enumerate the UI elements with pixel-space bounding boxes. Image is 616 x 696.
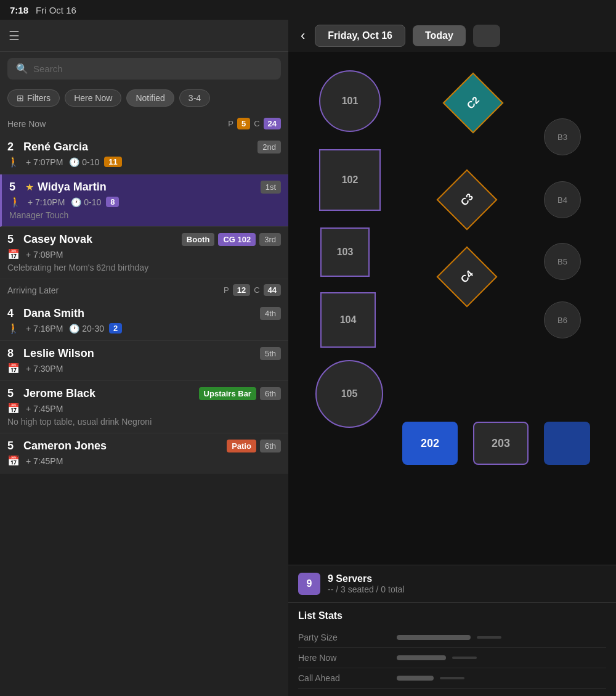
wait-widya: 🕐 0-10 8 (71, 197, 119, 207)
guest-name-jerome: Jerome Black (23, 387, 199, 400)
arriving-later-c-count: 44 (264, 284, 281, 296)
entry-jerome-black[interactable]: 5 Jerome Black Upstairs Bar 6th 📅 + 7:45… (0, 381, 288, 433)
list-stats: List Stats Party Size Here Now Call Ahea… (288, 602, 616, 696)
search-box[interactable]: 🔍 Search (7, 58, 281, 80)
stats-bar-callahead (397, 676, 434, 681)
table-105[interactable]: 105 (315, 360, 383, 428)
filter-label-notified: Notified (136, 93, 164, 103)
visit-badge-dana: 4th (260, 307, 281, 320)
table-202[interactable]: 202 (402, 422, 458, 465)
entry-leslie-wilson[interactable]: 8 Leslie Wilson 5th 📅 + 7:30PM (0, 341, 288, 381)
here-now-p-count: 5 (237, 118, 250, 129)
here-now-c-label: C (254, 119, 259, 128)
party-size-dana: 4 (7, 307, 18, 320)
table-104[interactable]: 104 (320, 292, 376, 348)
filter-btn-34[interactable]: 3-4 (179, 89, 210, 107)
here-now-counts: P 5 C 24 (228, 118, 281, 129)
filter-label-filters: Filters (27, 93, 51, 103)
time-dana: + 7:16PM (26, 324, 63, 334)
main-layout: ☰ 🔍 Search ⊞ Filters Here Now Notified 3… (0, 20, 616, 696)
table-c2[interactable]: C2 (445, 75, 501, 131)
table-101[interactable]: 101 (319, 70, 381, 132)
left-panel: ☰ 🔍 Search ⊞ Filters Here Now Notified 3… (0, 20, 288, 696)
arriving-later-p-count: 12 (233, 284, 250, 296)
stats-label-callahead: Call Ahead (298, 673, 397, 683)
tag-upstairs-jerome: Upstairs Bar (199, 387, 256, 400)
walk-icon-rene: 🚶 (7, 156, 20, 168)
stats-title: List Stats (298, 610, 606, 621)
party-size-cameron: 5 (7, 440, 18, 452)
table-c4[interactable]: C4 (439, 249, 495, 305)
stats-row-party-size: Party Size (298, 628, 606, 648)
today-button[interactable]: Today (413, 25, 466, 46)
guest-name-dana: Dana Smith (23, 307, 260, 320)
filter-icon: ⊞ (17, 93, 24, 103)
arriving-later-p-label: P (224, 285, 229, 295)
table-b4[interactable]: B4 (544, 181, 581, 218)
note-jerome: No high top table, usual drink Negroni (7, 414, 281, 427)
hamburger-icon[interactable]: ☰ (9, 28, 20, 43)
stats-row-here-now: Here Now (298, 648, 606, 668)
cal-icon-casey: 📅 (7, 248, 20, 260)
star-icon-widya: ★ (25, 181, 34, 193)
entry-rene-garcia[interactable]: 2 René Garcia 2nd 🚶 + 7:07PM 🕐 0-10 11 (0, 134, 288, 174)
stats-bar-herenow (397, 655, 446, 660)
header-bar: ☰ (0, 20, 288, 52)
server-name: 9 Servers (328, 573, 606, 584)
party-size-casey: 5 (7, 233, 18, 246)
guest-name-widya: Widya Martin (38, 181, 261, 194)
time-leslie: + 7:30PM (26, 364, 63, 374)
time-casey: + 7:08PM (26, 250, 63, 260)
arriving-later-counts: P 12 C 44 (224, 284, 281, 296)
floor-map: 101 102 103 104 105 C2 (288, 52, 616, 565)
filter-btn-herenow[interactable]: Here Now (65, 89, 121, 107)
table-203-label: 203 (492, 437, 510, 450)
here-now-header: Here Now P 5 C 24 (0, 113, 288, 134)
wait-dana: 🕐 20-30 2 (69, 323, 122, 334)
table-203[interactable]: 203 (473, 422, 529, 465)
table-204[interactable] (544, 422, 590, 465)
date-button[interactable]: Friday, Oct 16 (315, 25, 405, 47)
table-b5[interactable]: B5 (544, 243, 581, 280)
table-b6-label: B6 (557, 316, 567, 325)
stats-val-herenow (452, 657, 477, 659)
arriving-later-title: Arriving Later (7, 285, 224, 295)
arriving-later-header: Arriving Later P 12 C 44 (0, 279, 288, 301)
here-now-title: Here Now (7, 119, 228, 129)
entry-cameron-jones[interactable]: 5 Cameron Jones Patio 6th 📅 + 7:45PM (0, 433, 288, 473)
table-b6[interactable]: B6 (544, 301, 581, 338)
nav-extra[interactable] (473, 25, 500, 47)
table-c3[interactable]: C3 (439, 172, 495, 227)
guest-name-casey: Casey Novak (23, 233, 182, 246)
table-102-label: 102 (342, 174, 359, 186)
tag-cg102-casey: CG 102 (218, 233, 256, 246)
filter-btn-filters[interactable]: ⊞ Filters (7, 89, 60, 107)
entry-dana-smith[interactable]: 4 Dana Smith 4th 🚶 + 7:16PM 🕐 20-30 2 (0, 301, 288, 341)
status-time: 7:18 (10, 5, 28, 15)
visit-badge-jerome: 6th (260, 387, 281, 400)
table-103[interactable]: 103 (320, 227, 370, 277)
cal-icon-leslie: 📅 (7, 362, 20, 374)
table-b3[interactable]: B3 (544, 118, 581, 155)
tag-patio-cameron: Patio (227, 440, 256, 452)
filter-btn-notified[interactable]: Notified (126, 89, 174, 107)
stats-label-herenow: Here Now (298, 653, 397, 663)
time-jerome: + 7:45PM (26, 404, 63, 414)
entry-casey-novak[interactable]: 5 Casey Novak Booth CG 102 3rd 📅 + 7:08P… (0, 227, 288, 279)
visit-badge-leslie: 5th (260, 347, 281, 360)
date-label: Friday, Oct 16 (328, 30, 392, 41)
time-cameron: + 7:45PM (26, 456, 63, 466)
entry-widya-martin[interactable]: 5 ★ Widya Martin 1st 🚶 + 7:10PM 🕐 0-10 8… (0, 174, 288, 227)
status-bar: 7:18 Fri Oct 16 (0, 0, 616, 20)
time-rene: + 7:07PM (26, 157, 63, 167)
status-date: Fri Oct 16 (36, 5, 76, 15)
guest-name-leslie: Leslie Wilson (23, 347, 260, 360)
nav-back-button[interactable]: ‹ (298, 25, 307, 46)
tag-booth-casey: Booth (182, 233, 215, 246)
search-placeholder-text: Search (33, 63, 63, 74)
table-b5-label: B5 (557, 257, 567, 266)
server-badge-num: 9 (307, 578, 312, 589)
table-102[interactable]: 102 (319, 149, 381, 211)
server-detail: -- / 3 seated / 0 total (328, 584, 606, 594)
arriving-later-c-label: C (254, 285, 259, 295)
